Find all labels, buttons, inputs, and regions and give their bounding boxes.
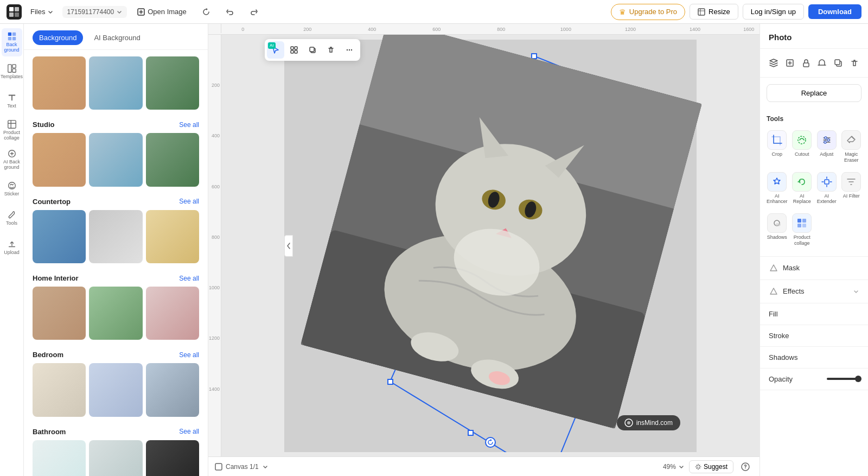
rotation-handle[interactable]: [485, 437, 496, 448]
opacity-section[interactable]: Opacity: [760, 369, 868, 390]
home-interior-thumb-2[interactable]: [89, 287, 142, 340]
bathroom-header: Bathroom See all: [33, 428, 199, 436]
studio-thumb-2[interactable]: [89, 133, 142, 186]
tool-ai-extender[interactable]: AI Extender: [815, 169, 838, 208]
login-button[interactable]: Log in/Sign up: [743, 4, 804, 20]
bg-thumb[interactable]: [146, 56, 199, 110]
left-panel: Background AI Background Studio See all: [24, 24, 208, 476]
bathroom-thumb-1[interactable]: [33, 440, 86, 476]
help-button[interactable]: [738, 459, 753, 474]
ruler-mark: 800: [497, 27, 505, 32]
photo-icon-style[interactable]: [815, 54, 829, 72]
sidebar-item-upload[interactable]: Upload: [2, 233, 22, 262]
open-image-button[interactable]: Open Image: [131, 5, 192, 19]
ruler-mark-v: 1200: [209, 335, 220, 341]
undo-button[interactable]: [220, 5, 240, 19]
photo-icon-copy[interactable]: [831, 54, 845, 72]
svg-rect-19: [295, 47, 297, 49]
svg-point-17: [12, 184, 14, 185]
photo-icon-delete[interactable]: [847, 54, 861, 72]
studio-thumb-1[interactable]: [33, 133, 86, 186]
countertop-see-all[interactable]: See all: [179, 198, 199, 205]
bg-thumb[interactable]: [33, 56, 86, 110]
toolbar-duplicate-btn[interactable]: [304, 41, 321, 59]
stroke-section[interactable]: Stroke: [760, 325, 868, 347]
sync-button[interactable]: [196, 5, 216, 19]
shadows-section[interactable]: Shadows: [760, 347, 868, 369]
favorites-section: [24, 50, 208, 114]
bg-thumb[interactable]: [89, 56, 142, 110]
photo-icon-transform[interactable]: [783, 54, 797, 72]
photo-icon-lock[interactable]: [799, 54, 813, 72]
topbar: Files 1715911774400 Open Image ♛ Upgrade…: [0, 0, 868, 24]
sidebar-item-sticker[interactable]: Sticker: [2, 175, 22, 203]
download-button[interactable]: Download: [808, 4, 861, 19]
svg-point-25: [349, 49, 350, 50]
tool-shadows[interactable]: Shadows: [765, 210, 789, 250]
opacity-slider-track[interactable]: [827, 378, 859, 380]
home-interior-thumb-3[interactable]: [146, 287, 199, 340]
home-interior-see-all[interactable]: See all: [179, 275, 199, 282]
sidebar-item-product-collage[interactable]: Productcollage: [2, 116, 22, 144]
bedroom-thumb-2[interactable]: [89, 363, 142, 416]
canvas-inner[interactable]: AI: [221, 35, 760, 456]
svg-rect-1: [15, 7, 19, 11]
sidebar-item-background[interactable]: Background: [2, 28, 22, 56]
tool-magic-eraser[interactable]: Magic Eraser: [840, 127, 863, 167]
ai-badge: AI: [268, 42, 276, 49]
sidebar-item-text[interactable]: Text: [2, 87, 22, 115]
toolbar-replace-btn[interactable]: [285, 41, 303, 59]
sidebar-item-ai-background[interactable]: AI Background: [2, 145, 22, 174]
countertop-thumb-2[interactable]: [89, 210, 142, 263]
tool-ai-filter[interactable]: AI Filter: [840, 169, 863, 208]
redo-button[interactable]: [244, 5, 264, 19]
cat-photo[interactable]: [301, 35, 702, 429]
svg-rect-12: [12, 69, 15, 72]
effects-section[interactable]: Effects: [760, 280, 868, 303]
replace-button[interactable]: Replace: [767, 84, 861, 102]
svg-rect-61: [835, 60, 840, 65]
tools-grid: Crop Cutout Adjust: [765, 127, 863, 250]
resize-button[interactable]: Resize: [690, 4, 738, 20]
svg-point-26: [351, 49, 352, 50]
tool-adjust[interactable]: Adjust: [815, 127, 838, 167]
toolbar-delete-btn[interactable]: [322, 41, 340, 59]
photo-action-icons: [760, 49, 868, 78]
studio-thumb-3[interactable]: [146, 133, 199, 186]
files-menu[interactable]: Files: [26, 5, 58, 18]
toolbar-more-btn[interactable]: [341, 41, 358, 59]
svg-point-68: [775, 223, 781, 226]
sidebar-item-templates[interactable]: Templates: [2, 58, 22, 86]
svg-rect-32: [468, 430, 473, 435]
countertop-thumb-3[interactable]: [146, 210, 199, 263]
filename-display[interactable]: 1715911774400: [62, 6, 127, 18]
opacity-slider-thumb[interactable]: [855, 376, 861, 382]
tool-cutout[interactable]: Cutout: [791, 127, 813, 167]
fill-section[interactable]: Fill: [760, 303, 868, 325]
sidebar-item-tools[interactable]: Tools: [2, 204, 22, 232]
bedroom-see-all[interactable]: See all: [179, 351, 199, 359]
tool-ai-replace[interactable]: AI Replace: [791, 169, 813, 208]
bathroom-thumb-2[interactable]: [89, 440, 142, 476]
right-panel-title: Photo: [760, 24, 868, 49]
bathroom-see-all[interactable]: See all: [179, 428, 199, 435]
suggest-button[interactable]: Suggest: [689, 460, 733, 473]
tab-ai-background[interactable]: AI Background: [87, 30, 146, 45]
studio-see-all[interactable]: See all: [179, 121, 199, 129]
bedroom-thumb-3[interactable]: [146, 363, 199, 416]
tab-background[interactable]: Background: [33, 30, 83, 45]
bedroom-thumb-1[interactable]: [33, 363, 86, 416]
tool-product-collage[interactable]: Product collage: [791, 210, 813, 250]
tool-crop[interactable]: Crop: [765, 127, 789, 167]
bathroom-thumb-3[interactable]: [146, 440, 199, 476]
tool-ai-enhancer[interactable]: AI Enhancer: [765, 169, 789, 208]
upgrade-button[interactable]: ♛ Upgrade to Pro: [611, 4, 685, 20]
mask-section[interactable]: Mask: [760, 257, 868, 280]
photo-icon-layers[interactable]: [767, 54, 781, 72]
home-interior-thumb-1[interactable]: [33, 287, 86, 340]
main-layout: Background Templates Text Productcollage…: [0, 24, 868, 476]
collapse-left-panel[interactable]: [284, 235, 293, 257]
countertop-thumb-1[interactable]: [33, 210, 86, 263]
bedroom-grid: [33, 363, 199, 416]
svg-rect-20: [291, 50, 293, 53]
